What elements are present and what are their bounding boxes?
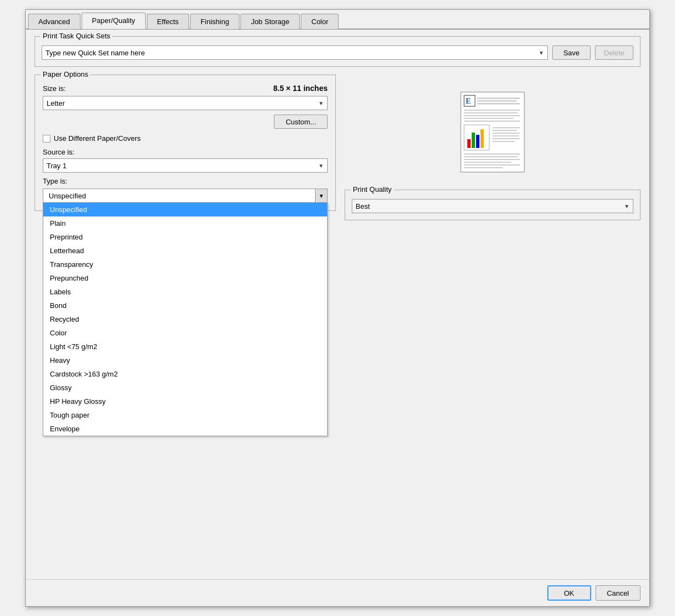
cancel-button[interactable]: Cancel xyxy=(596,585,640,601)
different-paper-checkbox-row: Use Different Paper/Covers xyxy=(43,134,328,142)
paper-options-label: Paper Options xyxy=(41,70,90,78)
quick-sets-group: Print Task Quick Sets Type new Quick Set… xyxy=(35,36,640,67)
svg-rect-26 xyxy=(464,164,520,166)
main-content: Print Task Quick Sets Type new Quick Set… xyxy=(26,30,649,579)
svg-rect-4 xyxy=(477,100,517,102)
tab-advanced[interactable]: Advanced xyxy=(28,14,81,29)
svg-rect-24 xyxy=(464,159,520,160)
print-quality-arrow-icon: ▼ xyxy=(624,203,630,209)
type-is-value: Unspecified xyxy=(49,192,86,200)
list-item[interactable]: Unspecified xyxy=(43,203,327,216)
svg-rect-9 xyxy=(464,118,513,119)
list-item[interactable]: Transparency xyxy=(43,258,327,271)
svg-rect-13 xyxy=(472,133,475,148)
size-value: 8.5 × 11 inches xyxy=(273,84,328,93)
svg-text:E: E xyxy=(466,97,471,105)
list-item[interactable]: Letterhead xyxy=(43,244,327,258)
svg-rect-16 xyxy=(493,127,520,128)
list-item[interactable]: Cardstock >163 g/m2 xyxy=(43,367,327,381)
bottom-bar: OK Cancel xyxy=(26,579,649,606)
paper-options-group: Paper Options Size is: 8.5 × 11 inches L… xyxy=(35,75,336,211)
ok-button[interactable]: OK xyxy=(547,585,591,601)
list-item[interactable]: Recycled xyxy=(43,312,327,326)
svg-rect-12 xyxy=(467,139,471,148)
list-item[interactable]: Color xyxy=(43,326,327,340)
list-item[interactable]: Labels xyxy=(43,285,327,299)
svg-rect-3 xyxy=(477,98,520,99)
svg-rect-6 xyxy=(464,110,520,111)
size-is-label: Size is: xyxy=(43,84,66,93)
different-paper-checkbox[interactable] xyxy=(43,135,50,142)
list-item[interactable]: Envelope xyxy=(43,422,327,436)
source-dropdown[interactable]: Tray 1 ▼ xyxy=(43,158,328,173)
document-preview: E xyxy=(460,91,525,173)
type-is-container: Unspecified ▼ UnspecifiedPlainPreprinted… xyxy=(43,189,328,203)
quick-sets-arrow-icon: ▼ xyxy=(539,50,544,56)
svg-rect-19 xyxy=(493,135,519,136)
list-item[interactable]: Glossy xyxy=(43,381,327,395)
svg-rect-7 xyxy=(464,112,518,113)
print-dialog: Advanced Paper/Quality Effects Finishing… xyxy=(25,9,650,607)
svg-rect-14 xyxy=(476,135,479,148)
list-item[interactable]: Light <75 g/m2 xyxy=(43,340,327,353)
save-button[interactable]: Save xyxy=(552,45,591,60)
left-column: Paper Options Size is: 8.5 × 11 inches L… xyxy=(35,75,336,573)
tab-color[interactable]: Color xyxy=(301,14,339,29)
tab-paper-quality[interactable]: Paper/Quality xyxy=(82,13,146,29)
type-is-arrow-icon[interactable]: ▼ xyxy=(315,189,327,202)
type-is-dropdown-list: UnspecifiedPlainPreprintedLetterheadTran… xyxy=(43,203,328,436)
svg-rect-17 xyxy=(493,130,517,131)
quick-sets-row: Type new Quick Set name here ▼ Save Dele… xyxy=(42,45,633,60)
list-item[interactable]: Prepunched xyxy=(43,271,327,285)
paper-size-value: Letter xyxy=(47,99,65,107)
svg-rect-23 xyxy=(464,156,518,157)
print-quality-label: Print Quality xyxy=(351,185,394,193)
svg-rect-10 xyxy=(464,121,520,122)
svg-rect-21 xyxy=(493,141,514,142)
svg-rect-5 xyxy=(477,103,520,105)
list-item[interactable]: Tough paper xyxy=(43,408,327,422)
columns-area: Paper Options Size is: 8.5 × 11 inches L… xyxy=(35,75,640,573)
quick-sets-placeholder: Type new Quick Set name here xyxy=(45,49,145,57)
svg-rect-22 xyxy=(464,153,520,155)
size-row: Size is: 8.5 × 11 inches xyxy=(43,84,328,93)
svg-rect-18 xyxy=(493,133,520,134)
tab-bar: Advanced Paper/Quality Effects Finishing… xyxy=(26,10,649,30)
list-item[interactable]: Heavy xyxy=(43,353,327,367)
tab-effects[interactable]: Effects xyxy=(147,14,190,29)
svg-rect-20 xyxy=(493,138,520,139)
svg-rect-8 xyxy=(464,115,520,116)
paper-size-dropdown[interactable]: Letter ▼ xyxy=(43,96,328,110)
quick-sets-label: Print Task Quick Sets xyxy=(41,32,112,40)
delete-button[interactable]: Delete xyxy=(595,45,633,60)
print-quality-group: Print Quality Best ▼ xyxy=(345,190,640,220)
list-item[interactable]: Bond xyxy=(43,299,327,312)
print-quality-dropdown[interactable]: Best ▼ xyxy=(352,199,633,213)
tab-finishing[interactable]: Finishing xyxy=(190,14,239,29)
list-item[interactable]: HP Heavy Glossy xyxy=(43,395,327,408)
source-value: Tray 1 xyxy=(47,162,66,170)
svg-rect-27 xyxy=(464,167,502,168)
list-item[interactable]: Plain xyxy=(43,216,327,230)
svg-rect-25 xyxy=(464,162,511,163)
right-column: E xyxy=(345,75,640,573)
list-item[interactable]: Preprinted xyxy=(43,230,327,244)
print-quality-value: Best xyxy=(356,202,370,210)
tab-job-storage[interactable]: Job Storage xyxy=(241,14,300,29)
source-is-label: Source is: xyxy=(43,148,328,156)
source-arrow-icon: ▼ xyxy=(318,163,324,169)
type-is-dropdown-header[interactable]: Unspecified ▼ xyxy=(43,189,328,203)
svg-rect-15 xyxy=(480,129,484,148)
type-is-label: Type is: xyxy=(43,177,328,185)
paper-size-arrow-icon: ▼ xyxy=(318,100,324,106)
preview-area: E xyxy=(460,91,525,173)
different-paper-label: Use Different Paper/Covers xyxy=(54,134,141,142)
quick-sets-combo[interactable]: Type new Quick Set name here ▼ xyxy=(42,45,548,60)
custom-button[interactable]: Custom... xyxy=(274,115,328,129)
